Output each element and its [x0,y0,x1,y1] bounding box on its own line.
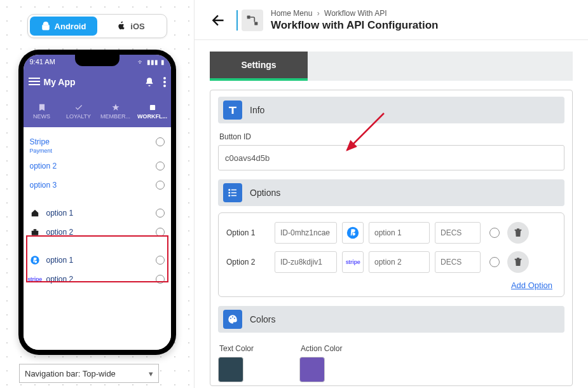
back-button[interactable] [210,11,228,29]
option-id-input[interactable] [275,222,337,244]
workflow-icon [242,10,263,31]
paypal-icon [346,226,359,239]
svg-point-13 [228,195,230,197]
option-delete-button[interactable] [507,251,529,273]
home-icon [30,208,40,218]
check-icon [74,103,83,112]
android-icon [41,21,51,31]
svg-point-11 [228,192,230,194]
breadcrumb-home[interactable]: Home Menu [271,9,312,18]
text-color-label: Text Color [219,344,254,353]
platform-toggle: Android iOS [27,14,167,38]
preview-option-2[interactable]: option 2 [30,156,165,176]
svg-point-18 [234,318,235,319]
svg-rect-8 [254,22,257,25]
option-name-input[interactable] [369,251,430,273]
phone-tab-label: WORKFL... [137,113,167,120]
preview-option-sub: Payment [30,148,165,154]
option-label: Stripe [30,137,50,146]
phone-tab-member[interactable]: MEMBER... [97,95,134,127]
section-options-header[interactable]: Options [218,179,564,206]
option-label: option 3 [30,181,57,190]
phone-tab-loyalty[interactable]: LOYALTY [60,95,97,127]
svg-rect-7 [247,16,250,19]
option-default-radio[interactable] [489,228,500,238]
button-id-input[interactable] [218,145,564,170]
radio-icon [156,181,165,190]
header-divider [236,10,238,31]
radio-icon [156,162,165,170]
option-label: option 1 [46,256,74,265]
palette-icon [223,310,242,329]
add-option-link[interactable]: Add Option [226,281,556,290]
radio-icon [156,275,165,284]
phone-content: Stripe Payment option 2 option 3 option … [24,127,171,350]
phone-tab-workflow[interactable]: WORKFL... [134,95,171,127]
preview-group2-opt2[interactable]: option 2 [30,223,165,242]
svg-rect-14 [231,195,236,197]
svg-rect-3 [149,105,154,110]
briefcase-icon [30,227,40,237]
tab-label: Settings [241,60,276,70]
page-title: Workflow with API Configuration [271,19,438,32]
radio-icon [156,256,165,265]
status-time: 9:41 AM [30,58,55,66]
menu-icon[interactable] [29,78,40,87]
phone-tab-label: LOYALTY [66,113,91,120]
preview-group2-opt1[interactable]: option 1 [30,204,165,223]
platform-android-button[interactable]: Android [30,17,97,36]
battery-icon: ▮ [161,59,165,66]
option-row-label: Option 2 [226,258,270,267]
phone-tab-label: NEWS [33,113,50,120]
breadcrumb-current: Workflow With API [324,9,386,18]
chevron-right-icon: › [317,9,320,18]
tab-settings[interactable]: Settings [210,52,308,81]
stripe-icon: stripe [346,259,360,265]
app-title: My App [44,77,76,87]
platform-android-label: Android [55,22,86,31]
preview-group3-opt1[interactable]: option 1 [30,251,165,270]
more-icon[interactable] [163,77,166,87]
section-info-header[interactable]: Info [218,97,564,123]
option-default-radio[interactable] [489,257,500,267]
arrow-left-icon [210,12,227,29]
svg-point-9 [228,189,230,191]
text-icon [223,100,242,120]
svg-rect-4 [31,231,38,235]
paypal-icon [30,255,40,265]
phone-tab-label: MEMBER... [100,113,130,120]
option-desc-input[interactable] [435,251,481,273]
phone-tab-bar: NEWS LOYALTY MEMBER... WORKFL... [24,95,171,127]
svg-rect-10 [231,190,236,191]
breadcrumb: Home Menu › Workflow With API [271,9,438,18]
signal-icon: ▮▮▮ [147,59,158,66]
text-color-swatch[interactable] [218,357,243,382]
option-delete-button[interactable] [507,222,529,244]
section-colors-header[interactable]: Colors [218,306,564,333]
option-label: option 2 [46,275,74,284]
phone-tab-news[interactable]: NEWS [24,95,60,127]
svg-point-0 [163,77,166,80]
nav-select-value: Navigation bar: Top-wide [25,369,116,378]
preview-option-3[interactable]: option 3 [30,176,165,195]
option-icon-picker[interactable]: stripe [342,251,364,273]
option-name-input[interactable] [369,222,430,244]
svg-rect-5 [33,229,36,230]
trash-icon [513,257,523,267]
stripe-icon: stripe [30,274,40,284]
option-desc-input[interactable] [435,222,481,244]
navigation-bar-select[interactable]: Navigation bar: Top-wide [19,364,159,383]
action-color-swatch[interactable] [299,357,325,382]
svg-point-2 [163,85,166,87]
status-icons: ᯤ ▮▮▮ ▮ [138,59,165,66]
config-header: Home Menu › Workflow With API Workflow w… [195,0,588,40]
preview-group3-opt2[interactable]: stripe option 2 [30,270,165,289]
bookmark-icon [38,103,46,112]
bell-icon[interactable] [144,77,154,87]
phone-preview: 9:41 AM ᯤ ▮▮▮ ▮ My App NEWS LOYALTY MEMB… [18,50,176,355]
platform-ios-label: iOS [130,22,144,31]
option-id-input[interactable] [275,251,337,273]
platform-ios-button[interactable]: iOS [97,17,165,36]
section-info-title: Info [250,105,264,115]
option-icon-picker[interactable] [342,222,364,244]
